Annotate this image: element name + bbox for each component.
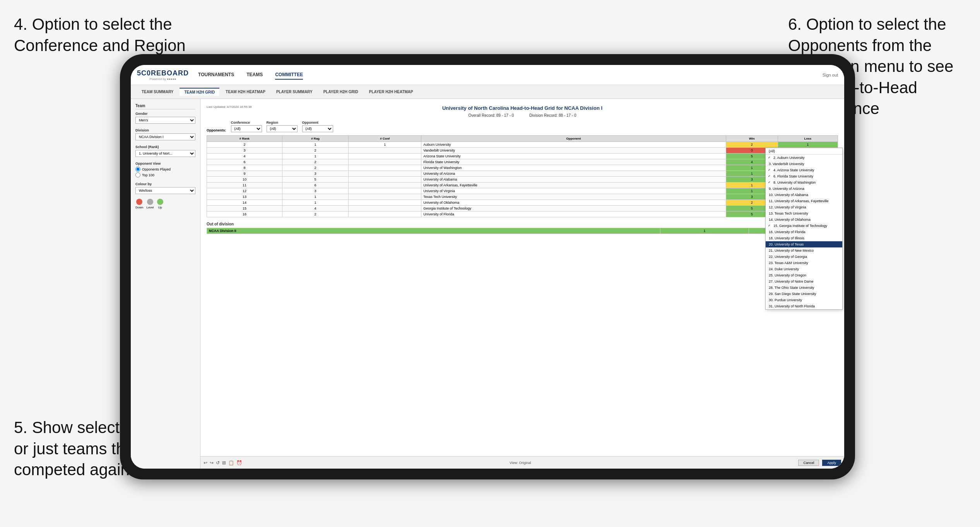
- division-record: Division Record: 88 - 17 - 0: [529, 113, 576, 118]
- table-row: 12: [207, 188, 282, 194]
- legend-level: Level: [146, 199, 154, 209]
- dropdown-item[interactable]: 14. University of Oklahoma: [766, 217, 842, 223]
- nav-tournaments[interactable]: TOURNAMENTS: [198, 70, 234, 80]
- table-row: 1: [282, 200, 349, 206]
- main-content: Team Gender Men's Division NCAA Division…: [131, 99, 844, 469]
- dropdown-item[interactable]: 2. Auburn University: [766, 155, 842, 161]
- dropdown-item[interactable]: 22. University of Georgia: [766, 254, 842, 260]
- tablet-screen: 5C0REBOARD Powered by ●●●●● TOURNAMENTS …: [131, 65, 844, 469]
- conference-filter: Conference (All): [231, 121, 262, 132]
- tablet-frame: 5C0REBOARD Powered by ●●●●● TOURNAMENTS …: [120, 54, 855, 479]
- dropdown-item[interactable]: 18. University of Illinois: [766, 235, 842, 241]
- radio-opponents-played[interactable]: Opponents Played: [135, 167, 195, 172]
- nav-teams[interactable]: TEAMS: [246, 70, 263, 80]
- app-header: 5C0REBOARD Powered by ●●●●● TOURNAMENTS …: [131, 65, 844, 85]
- table-row: [349, 211, 421, 217]
- logo-sub: Powered by ●●●●●: [150, 77, 176, 81]
- dropdown-item[interactable]: 27. University of Notre Dame: [766, 278, 842, 285]
- dropdown-item[interactable]: (All): [766, 148, 842, 155]
- tab-team-h2h-grid[interactable]: TEAM H2H GRID: [180, 88, 219, 96]
- dropdown-item[interactable]: 24. Duke University: [766, 266, 842, 272]
- tab-player-h2h-grid[interactable]: PLAYER H2H GRID: [319, 88, 363, 96]
- col-loss: Loss: [778, 136, 838, 142]
- conference-select[interactable]: (All): [231, 125, 262, 132]
- table-row: [349, 165, 421, 171]
- dropdown-item[interactable]: 15. Georgia Institute of Technology: [766, 223, 842, 229]
- sidebar-division-select[interactable]: NCAA Division I: [135, 133, 195, 140]
- dropdown-item[interactable]: 8. University of Washington: [766, 179, 842, 186]
- table-row: 2: [282, 165, 349, 171]
- dropdown-item[interactable]: 23. Texas A&M University: [766, 260, 842, 266]
- apply-button[interactable]: Apply: [822, 460, 841, 466]
- legend-up-label: Up: [158, 206, 162, 209]
- dropdown-item[interactable]: 4. Arizona State University: [766, 167, 842, 173]
- sidebar-colour-select[interactable]: Win/loss: [135, 187, 195, 194]
- tab-player-summary[interactable]: PLAYER SUMMARY: [272, 88, 317, 96]
- sidebar-gender-select[interactable]: Men's: [135, 117, 195, 124]
- out-of-division-table: NCAA Division II 1 0: [207, 228, 838, 234]
- clock-icon[interactable]: ⏰: [236, 460, 242, 466]
- table-row: 4: [282, 206, 349, 211]
- dropdown-item[interactable]: 6. Florida State University: [766, 173, 842, 179]
- dropdown-item[interactable]: 12. University of Virginia: [766, 204, 842, 210]
- sidebar-gender-label: Gender: [135, 112, 195, 116]
- legend: Down Level Up: [135, 199, 195, 209]
- sidebar-colour-section: Colour by Win/loss: [135, 182, 195, 194]
- table-row: 4: [207, 153, 282, 159]
- table-row: Vanderbilt University: [421, 148, 726, 153]
- col-rank: # Rank: [207, 136, 282, 142]
- dropdown-item[interactable]: 13. Texas Tech University: [766, 210, 842, 217]
- table-row: 9: [207, 171, 282, 177]
- logo: 5C0REBOARD Powered by ●●●●●: [137, 69, 189, 81]
- sidebar-division-section: Division NCAA Division I: [135, 128, 195, 140]
- dropdown-item[interactable]: 9. University of Arizona: [766, 186, 842, 192]
- table-row: [349, 182, 421, 188]
- radio-top-100[interactable]: Top 100: [135, 172, 195, 177]
- dropdown-item[interactable]: 11. University of Arkansas, Fayetteville: [766, 198, 842, 204]
- col-rag: # Rag: [282, 136, 349, 142]
- cancel-button[interactable]: Cancel: [798, 460, 819, 466]
- dropdown-item[interactable]: 25. University of Oregon: [766, 272, 842, 278]
- dropdown-item[interactable]: 20. University of Texas: [766, 241, 842, 247]
- dropdown-item[interactable]: 21. University of New Mexico: [766, 247, 842, 254]
- table-row: 16: [207, 211, 282, 217]
- paste-icon[interactable]: 📋: [228, 460, 234, 466]
- sidebar-school-select[interactable]: 1. University of Nort...: [135, 150, 195, 157]
- region-select[interactable]: (All): [267, 125, 298, 132]
- overall-record: Overall Record: 89 - 17 - 0: [469, 113, 514, 118]
- dropdown-item[interactable]: 31. University of North Florida: [766, 303, 842, 309]
- out-of-division-win: 1: [660, 228, 749, 234]
- h2h-table: # Rank # Rag # Conf Opponent Win Loss 2 …: [207, 135, 838, 217]
- table-row: Auburn University: [421, 142, 726, 148]
- dropdown-item[interactable]: 30. Purdue University: [766, 297, 842, 303]
- dropdown-item[interactable]: 3. Vanderbilt University: [766, 161, 842, 167]
- dropdown-item[interactable]: 29. San Diego State University: [766, 291, 842, 297]
- out-of-division-title: Out of division: [207, 222, 838, 226]
- signout-button[interactable]: Sign out: [823, 73, 838, 77]
- sidebar-division-label: Division: [135, 128, 195, 132]
- toolbar-actions: Cancel Apply: [798, 460, 841, 466]
- table-row: 1: [282, 194, 349, 200]
- nav-committee[interactable]: COMMITTEE: [275, 70, 303, 80]
- dropdown-item[interactable]: 10. University of Alabama: [766, 192, 842, 198]
- last-updated: Last Updated: 4/7/2024 16:55:38: [207, 105, 252, 109]
- tab-team-h2h-heatmap[interactable]: TEAM H2H HEATMAP: [221, 88, 270, 96]
- refresh-icon[interactable]: ↺: [216, 460, 220, 466]
- redo-icon[interactable]: ↪: [210, 460, 214, 466]
- table-row: [349, 206, 421, 211]
- dropdown-item[interactable]: 28. The Ohio State University: [766, 285, 842, 291]
- conference-label: Conference: [231, 121, 262, 125]
- copy-icon[interactable]: ⊞: [222, 460, 226, 466]
- tab-player-h2h-heatmap[interactable]: PLAYER H2H HEATMAP: [364, 88, 418, 96]
- table-row: 8: [207, 165, 282, 171]
- report-header: University of North Carolina Head-to-Hea…: [207, 105, 838, 118]
- tab-team-summary[interactable]: TEAM SUMMARY: [137, 88, 178, 96]
- dropdown-item[interactable]: 16. University of Florida: [766, 229, 842, 235]
- opponent-select[interactable]: (All): [302, 125, 333, 132]
- table-row: University of Arkansas, Fayetteville: [421, 182, 726, 188]
- content-area: Last Updated: 4/7/2024 16:55:38 Universi…: [200, 99, 844, 469]
- sidebar-colour-label: Colour by: [135, 182, 195, 186]
- sidebar-opponent-view-label: Opponent View: [135, 162, 195, 165]
- opponent-dropdown[interactable]: (All)2. Auburn University3. Vanderbilt U…: [765, 148, 843, 310]
- undo-icon[interactable]: ↩: [204, 460, 207, 466]
